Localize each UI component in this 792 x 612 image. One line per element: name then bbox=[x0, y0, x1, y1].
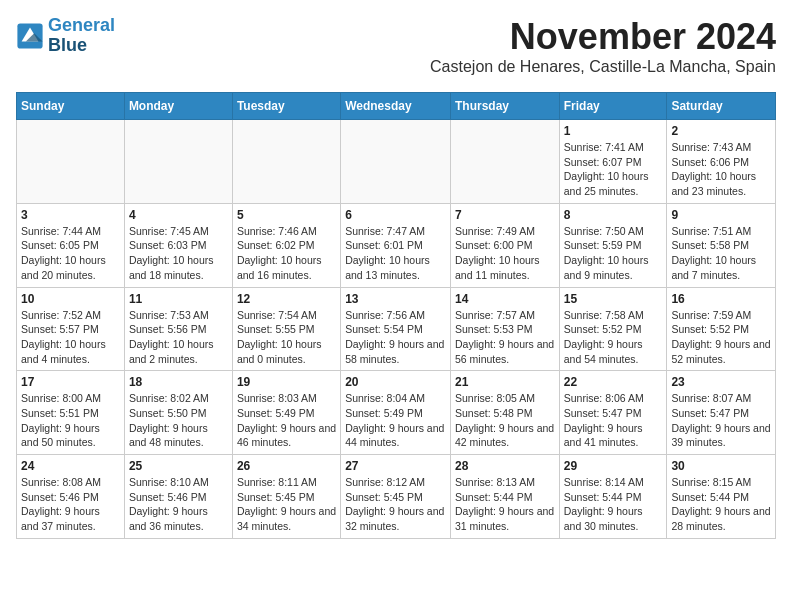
calendar-cell: 9Sunrise: 7:51 AM Sunset: 5:58 PM Daylig… bbox=[667, 203, 776, 287]
day-number: 13 bbox=[345, 292, 446, 306]
calendar-cell: 10Sunrise: 7:52 AM Sunset: 5:57 PM Dayli… bbox=[17, 287, 125, 371]
calendar-cell: 18Sunrise: 8:02 AM Sunset: 5:50 PM Dayli… bbox=[124, 371, 232, 455]
day-number: 22 bbox=[564, 375, 663, 389]
calendar-cell: 14Sunrise: 7:57 AM Sunset: 5:53 PM Dayli… bbox=[450, 287, 559, 371]
day-number: 15 bbox=[564, 292, 663, 306]
day-number: 3 bbox=[21, 208, 120, 222]
day-info: Sunrise: 8:07 AM Sunset: 5:47 PM Dayligh… bbox=[671, 391, 771, 450]
calendar-cell: 15Sunrise: 7:58 AM Sunset: 5:52 PM Dayli… bbox=[559, 287, 667, 371]
calendar-cell bbox=[124, 120, 232, 204]
calendar-cell: 17Sunrise: 8:00 AM Sunset: 5:51 PM Dayli… bbox=[17, 371, 125, 455]
day-number: 20 bbox=[345, 375, 446, 389]
calendar-cell: 27Sunrise: 8:12 AM Sunset: 5:45 PM Dayli… bbox=[341, 455, 451, 539]
day-info: Sunrise: 8:12 AM Sunset: 5:45 PM Dayligh… bbox=[345, 475, 446, 534]
day-info: Sunrise: 7:47 AM Sunset: 6:01 PM Dayligh… bbox=[345, 224, 446, 283]
day-number: 12 bbox=[237, 292, 336, 306]
day-info: Sunrise: 8:04 AM Sunset: 5:49 PM Dayligh… bbox=[345, 391, 446, 450]
day-info: Sunrise: 8:10 AM Sunset: 5:46 PM Dayligh… bbox=[129, 475, 228, 534]
day-number: 9 bbox=[671, 208, 771, 222]
calendar-cell: 29Sunrise: 8:14 AM Sunset: 5:44 PM Dayli… bbox=[559, 455, 667, 539]
day-header-wednesday: Wednesday bbox=[341, 93, 451, 120]
location-title: Castejon de Henares, Castille-La Mancha,… bbox=[430, 58, 776, 76]
day-info: Sunrise: 7:50 AM Sunset: 5:59 PM Dayligh… bbox=[564, 224, 663, 283]
day-number: 28 bbox=[455, 459, 555, 473]
day-number: 14 bbox=[455, 292, 555, 306]
calendar-cell: 23Sunrise: 8:07 AM Sunset: 5:47 PM Dayli… bbox=[667, 371, 776, 455]
calendar-cell bbox=[450, 120, 559, 204]
day-info: Sunrise: 8:03 AM Sunset: 5:49 PM Dayligh… bbox=[237, 391, 336, 450]
day-header-thursday: Thursday bbox=[450, 93, 559, 120]
calendar-cell: 12Sunrise: 7:54 AM Sunset: 5:55 PM Dayli… bbox=[232, 287, 340, 371]
day-number: 24 bbox=[21, 459, 120, 473]
month-title: November 2024 bbox=[430, 16, 776, 58]
day-info: Sunrise: 8:15 AM Sunset: 5:44 PM Dayligh… bbox=[671, 475, 771, 534]
calendar-table: SundayMondayTuesdayWednesdayThursdayFrid… bbox=[16, 92, 776, 539]
title-section: November 2024 Castejon de Henares, Casti… bbox=[430, 16, 776, 84]
day-number: 18 bbox=[129, 375, 228, 389]
calendar-cell: 13Sunrise: 7:56 AM Sunset: 5:54 PM Dayli… bbox=[341, 287, 451, 371]
day-number: 26 bbox=[237, 459, 336, 473]
day-info: Sunrise: 7:59 AM Sunset: 5:52 PM Dayligh… bbox=[671, 308, 771, 367]
calendar-cell: 30Sunrise: 8:15 AM Sunset: 5:44 PM Dayli… bbox=[667, 455, 776, 539]
calendar-cell: 3Sunrise: 7:44 AM Sunset: 6:05 PM Daylig… bbox=[17, 203, 125, 287]
day-header-monday: Monday bbox=[124, 93, 232, 120]
day-number: 7 bbox=[455, 208, 555, 222]
day-info: Sunrise: 7:52 AM Sunset: 5:57 PM Dayligh… bbox=[21, 308, 120, 367]
day-number: 16 bbox=[671, 292, 771, 306]
day-number: 27 bbox=[345, 459, 446, 473]
day-info: Sunrise: 7:49 AM Sunset: 6:00 PM Dayligh… bbox=[455, 224, 555, 283]
day-number: 8 bbox=[564, 208, 663, 222]
day-number: 10 bbox=[21, 292, 120, 306]
day-number: 6 bbox=[345, 208, 446, 222]
day-info: Sunrise: 8:11 AM Sunset: 5:45 PM Dayligh… bbox=[237, 475, 336, 534]
calendar-cell bbox=[341, 120, 451, 204]
day-info: Sunrise: 8:00 AM Sunset: 5:51 PM Dayligh… bbox=[21, 391, 120, 450]
logo: General Blue bbox=[16, 16, 115, 56]
day-info: Sunrise: 7:41 AM Sunset: 6:07 PM Dayligh… bbox=[564, 140, 663, 199]
calendar-cell: 28Sunrise: 8:13 AM Sunset: 5:44 PM Dayli… bbox=[450, 455, 559, 539]
day-info: Sunrise: 8:14 AM Sunset: 5:44 PM Dayligh… bbox=[564, 475, 663, 534]
day-number: 29 bbox=[564, 459, 663, 473]
day-info: Sunrise: 7:56 AM Sunset: 5:54 PM Dayligh… bbox=[345, 308, 446, 367]
calendar-cell: 19Sunrise: 8:03 AM Sunset: 5:49 PM Dayli… bbox=[232, 371, 340, 455]
calendar-cell: 22Sunrise: 8:06 AM Sunset: 5:47 PM Dayli… bbox=[559, 371, 667, 455]
calendar-cell: 20Sunrise: 8:04 AM Sunset: 5:49 PM Dayli… bbox=[341, 371, 451, 455]
day-info: Sunrise: 7:44 AM Sunset: 6:05 PM Dayligh… bbox=[21, 224, 120, 283]
day-header-friday: Friday bbox=[559, 93, 667, 120]
day-info: Sunrise: 7:45 AM Sunset: 6:03 PM Dayligh… bbox=[129, 224, 228, 283]
day-number: 1 bbox=[564, 124, 663, 138]
day-number: 19 bbox=[237, 375, 336, 389]
day-number: 17 bbox=[21, 375, 120, 389]
calendar-cell bbox=[232, 120, 340, 204]
day-number: 11 bbox=[129, 292, 228, 306]
day-info: Sunrise: 7:51 AM Sunset: 5:58 PM Dayligh… bbox=[671, 224, 771, 283]
day-info: Sunrise: 7:46 AM Sunset: 6:02 PM Dayligh… bbox=[237, 224, 336, 283]
day-number: 23 bbox=[671, 375, 771, 389]
calendar-cell: 6Sunrise: 7:47 AM Sunset: 6:01 PM Daylig… bbox=[341, 203, 451, 287]
day-number: 5 bbox=[237, 208, 336, 222]
day-info: Sunrise: 7:58 AM Sunset: 5:52 PM Dayligh… bbox=[564, 308, 663, 367]
day-number: 30 bbox=[671, 459, 771, 473]
logo-text: General Blue bbox=[48, 16, 115, 56]
calendar-cell: 26Sunrise: 8:11 AM Sunset: 5:45 PM Dayli… bbox=[232, 455, 340, 539]
day-info: Sunrise: 8:13 AM Sunset: 5:44 PM Dayligh… bbox=[455, 475, 555, 534]
calendar-cell: 25Sunrise: 8:10 AM Sunset: 5:46 PM Dayli… bbox=[124, 455, 232, 539]
day-info: Sunrise: 8:02 AM Sunset: 5:50 PM Dayligh… bbox=[129, 391, 228, 450]
logo-icon bbox=[16, 22, 44, 50]
calendar-cell: 16Sunrise: 7:59 AM Sunset: 5:52 PM Dayli… bbox=[667, 287, 776, 371]
day-number: 2 bbox=[671, 124, 771, 138]
calendar-cell: 11Sunrise: 7:53 AM Sunset: 5:56 PM Dayli… bbox=[124, 287, 232, 371]
calendar-cell: 24Sunrise: 8:08 AM Sunset: 5:46 PM Dayli… bbox=[17, 455, 125, 539]
day-info: Sunrise: 8:08 AM Sunset: 5:46 PM Dayligh… bbox=[21, 475, 120, 534]
day-info: Sunrise: 7:43 AM Sunset: 6:06 PM Dayligh… bbox=[671, 140, 771, 199]
day-number: 21 bbox=[455, 375, 555, 389]
day-header-tuesday: Tuesday bbox=[232, 93, 340, 120]
day-info: Sunrise: 7:54 AM Sunset: 5:55 PM Dayligh… bbox=[237, 308, 336, 367]
day-info: Sunrise: 7:53 AM Sunset: 5:56 PM Dayligh… bbox=[129, 308, 228, 367]
calendar-cell: 21Sunrise: 8:05 AM Sunset: 5:48 PM Dayli… bbox=[450, 371, 559, 455]
day-info: Sunrise: 8:05 AM Sunset: 5:48 PM Dayligh… bbox=[455, 391, 555, 450]
calendar-cell: 1Sunrise: 7:41 AM Sunset: 6:07 PM Daylig… bbox=[559, 120, 667, 204]
day-number: 25 bbox=[129, 459, 228, 473]
calendar-cell: 2Sunrise: 7:43 AM Sunset: 6:06 PM Daylig… bbox=[667, 120, 776, 204]
day-header-saturday: Saturday bbox=[667, 93, 776, 120]
